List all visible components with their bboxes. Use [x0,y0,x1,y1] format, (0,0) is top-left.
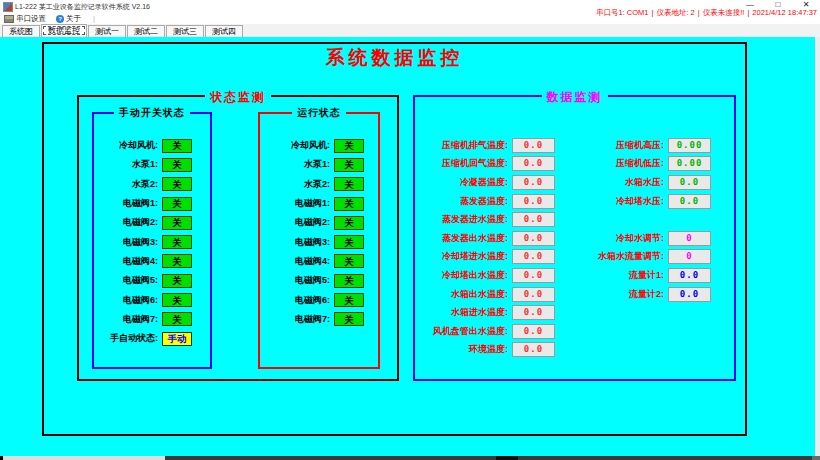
page-title: 系统数据监控 [44,45,745,71]
run-panel-title: 运行状态 [292,106,346,120]
data-row: 水箱水压: 0.0 [564,173,711,192]
data-label: 压缩机低压: [616,157,664,170]
switch-button[interactable]: 关 [162,293,192,307]
switch-button[interactable]: 关 [162,197,192,211]
switch-button[interactable]: 关 [162,177,192,191]
status-label: 电磁阀1: [123,197,158,210]
menu-about[interactable]: ? 关于 [56,14,81,24]
data-row: 压缩机回气温度: 0.0 [415,155,555,174]
data-value-box: 0.00 [668,156,711,171]
status-group-title: 状态监测 [205,89,271,106]
tab[interactable]: 数据监控 [41,24,87,37]
data-value-box: 0.0 [512,287,555,302]
status-label: 电磁阀5: [123,274,158,287]
status-label: 电磁阀7: [123,313,158,326]
data-value-box: 0 [668,249,711,264]
status-label: 电磁阀3: [295,236,330,249]
switch-button[interactable]: 关 [162,312,192,326]
column-spacer [564,210,711,229]
data-value-box: 0.0 [512,194,555,209]
status-row: 水泵2: 关 [94,175,210,194]
data-row: 风机盘管出水温度: 0.0 [415,322,555,341]
status-label: 电磁阀2: [123,216,158,229]
status-row: 电磁阀6: 关 [94,290,210,309]
status-row: 电磁阀4: 关 [260,252,378,271]
data-row: 流量计2: 0.0 [564,285,711,304]
status-label: 电磁阀3: [123,236,158,249]
status-separator: | [747,8,749,17]
status-separator: | [698,8,700,17]
data-group: 数据监测 压缩机排气温度: 0.0 压缩机回气温度: 0.0 冷凝器温度: [413,95,736,381]
menu-separator: | [93,14,95,23]
status-row: 电磁阀2: 关 [260,213,378,232]
tab[interactable]: 测试一 [88,25,126,37]
status-row: 电磁阀1: 关 [260,194,378,213]
tab[interactable]: 测试四 [205,25,243,37]
data-group-title: 数据监测 [542,89,608,106]
manual-rows: 冷却风机: 关 水泵1: 关 水泵2: 关 电磁阀1: [94,114,210,348]
com-port-status: 串口号1: COM1 [596,8,649,17]
data-label: 压缩机排气温度: [442,139,508,152]
data-row: 压缩机高压: 0.00 [564,136,711,155]
switch-button[interactable]: 关 [162,158,192,172]
tab[interactable]: 系统图 [2,25,40,37]
data-value-box: 0.0 [668,287,711,302]
serial-port-icon [4,15,14,23]
menu-serial-settings[interactable]: 串口设置 [4,14,46,24]
switch-button[interactable]: 关 [162,139,192,153]
tab[interactable]: 测试三 [166,25,204,37]
switch-button[interactable]: 关 [162,254,192,268]
switch-button[interactable]: 手动 [162,332,192,346]
tab[interactable]: 测试二 [127,25,165,37]
run-status-panel: 运行状态 冷却风机: 关 水泵1: 关 水泵2: 关 [258,112,380,369]
data-row: 冷却水调节: 0 [564,229,711,248]
status-label: 冷却风机: [291,139,330,152]
status-label: 电磁阀7: [295,313,330,326]
status-row: 水泵1: 关 [260,155,378,174]
data-label: 水箱水压: [625,176,664,189]
data-row: 冷却塔水压: 0.0 [564,192,711,211]
app-window: L1-222 某工业设备监控记录软件系统 V2.16 — □ ✕ 串口设置 ? … [0,0,820,460]
data-value-box: 0.0 [512,342,555,357]
switch-button[interactable]: 关 [162,274,192,288]
data-row: 蒸发器出水温度: 0.0 [415,229,555,248]
status-row: 电磁阀6: 关 [260,290,378,309]
manual-panel-title: 手动开关状态 [114,106,190,120]
run-indicator: 关 [334,158,364,172]
data-label: 流量计1: [629,269,664,282]
menu-about-label: 关于 [66,14,81,24]
help-icon: ? [56,15,64,23]
data-value-box: 0.0 [512,156,555,171]
status-label: 手自动状态: [110,332,158,345]
data-label: 风机盘管出水温度: [433,325,508,338]
data-value-box: 0.0 [668,268,711,283]
status-row: 冷却风机: 关 [94,136,210,155]
switch-button[interactable]: 关 [162,235,192,249]
run-indicator: 关 [334,197,364,211]
status-row: 冷却风机: 关 [260,136,378,155]
status-label: 水泵1: [304,158,330,171]
run-rows: 冷却风机: 关 水泵1: 关 水泵2: 关 电磁阀1: [260,114,378,329]
run-indicator: 关 [334,293,364,307]
data-value-box: 0.0 [512,212,555,227]
data-value-box: 0.0 [512,231,555,246]
data-column-pressures: 压缩机高压: 0.00 压缩机低压: 0.00 水箱水压: 0.0 [564,136,711,303]
data-value-box: 0.0 [512,324,555,339]
run-indicator: 关 [334,235,364,249]
data-row: 冷凝器温度: 0.0 [415,173,555,192]
switch-button[interactable]: 关 [162,216,192,230]
data-label: 冷却塔进水温度: [442,250,508,263]
data-label: 蒸发器出水温度: [442,232,508,245]
data-value-box: 0 [668,231,711,246]
status-label: 电磁阀2: [295,216,330,229]
data-label: 水箱水流量调节: [598,250,664,263]
data-value-box: 0.00 [668,138,711,153]
data-value-box: 0.0 [668,194,711,209]
status-row: 手自动状态: 手动 [94,329,210,348]
data-label: 蒸发器进水温度: [442,213,508,226]
status-label: 电磁阀5: [295,274,330,287]
status-label: 水泵2: [304,178,330,191]
status-row: 电磁阀1: 关 [94,194,210,213]
run-indicator: 关 [334,139,364,153]
run-indicator: 关 [334,216,364,230]
